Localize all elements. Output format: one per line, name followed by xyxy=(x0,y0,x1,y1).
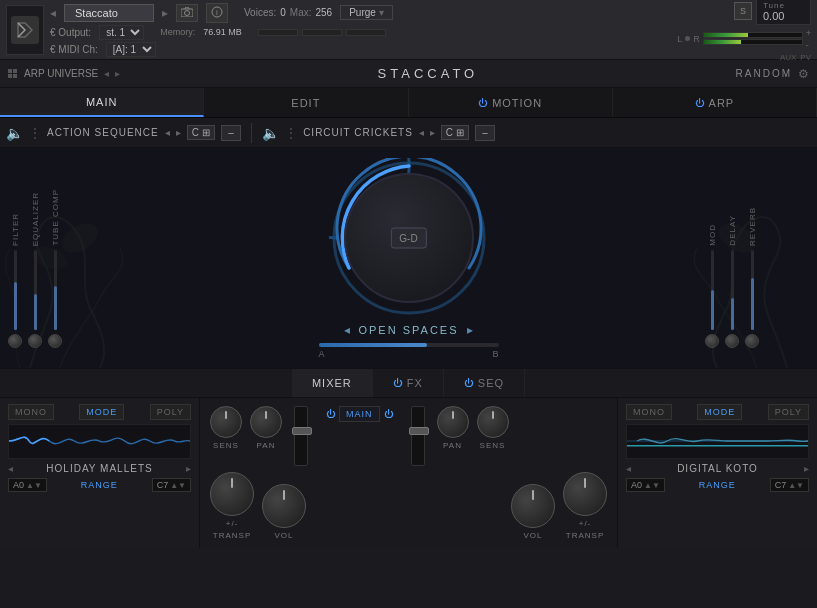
right-pan-label: PAN xyxy=(443,441,462,450)
tube-comp-slider[interactable] xyxy=(54,250,57,330)
next-instrument-btn[interactable]: ▸ xyxy=(162,6,168,20)
filter-slider-group: FILTER xyxy=(8,213,22,348)
right-inst-name: DIGITAL KOTO xyxy=(635,463,800,474)
right-fader[interactable] xyxy=(411,406,425,466)
right-fader-handle[interactable] xyxy=(409,427,429,435)
left-fader[interactable] xyxy=(294,406,308,466)
left-mode-row: MONO MODE POLY xyxy=(8,404,191,420)
seq-left-prev[interactable]: ◂ xyxy=(165,127,170,138)
left-transp-knob[interactable] xyxy=(210,472,254,516)
nav-prev-btn[interactable]: ◂ xyxy=(104,68,109,79)
main-knob[interactable]: G-D xyxy=(344,173,474,303)
seq-divider xyxy=(251,123,252,143)
sub-tab-mixer[interactable]: MIXER xyxy=(292,369,373,397)
staccato-title: STACCATO xyxy=(120,66,735,81)
main-power-row: ⏻ MAIN ⏻ xyxy=(326,406,393,422)
mixer-top: SENS PAN ⏻ MAIN ⏻ xyxy=(210,406,607,466)
tab-motion[interactable]: ⏻ MOTION xyxy=(409,88,613,117)
equalizer-slider[interactable] xyxy=(34,250,37,330)
arp-universe-label: ARP UNIVERSE xyxy=(24,68,98,79)
bottom-section: MONO MODE POLY ◂ HOLIDAY MALLETS ▸ A0 ▲▼… xyxy=(0,398,817,548)
knob-next-btn[interactable]: ▸ xyxy=(467,323,473,337)
left-mode-btn[interactable]: MODE xyxy=(79,404,124,420)
left-inst-name-row: ◂ HOLIDAY MALLETS ▸ xyxy=(8,463,191,474)
filter-slider[interactable] xyxy=(14,250,17,330)
purge-button[interactable]: Purge ▾ xyxy=(340,5,393,20)
tab-edit[interactable]: EDIT xyxy=(204,88,408,117)
aux-pv-labels: AUX PV xyxy=(780,53,811,62)
right-transp-knob[interactable] xyxy=(563,472,607,516)
sub-tab-fx[interactable]: ⏻ FX xyxy=(373,369,444,397)
s-button[interactable]: S xyxy=(734,2,752,20)
right-range-high[interactable]: C7 ▲▼ xyxy=(770,478,809,492)
right-poly-btn[interactable]: POLY xyxy=(768,404,809,420)
right-mode-btn[interactable]: MODE xyxy=(697,404,742,420)
seq-right-grid-btn[interactable]: C ⊞ xyxy=(441,125,469,140)
prev-instrument-btn[interactable]: ◂ xyxy=(50,6,56,20)
left-poly-btn[interactable]: POLY xyxy=(150,404,191,420)
tab-arp[interactable]: ⏻ ARP xyxy=(613,88,817,117)
camera-icon[interactable] xyxy=(176,4,198,22)
seq-right-next[interactable]: ▸ xyxy=(430,127,435,138)
mod-slider[interactable] xyxy=(711,250,714,330)
level-down-btn[interactable]: - xyxy=(806,40,811,50)
left-vol-knob-group: VOL xyxy=(262,484,306,540)
instrument-name-display: Staccato xyxy=(64,4,154,22)
right-sens-knob[interactable] xyxy=(477,406,509,438)
left-effects-panel: FILTER EQUALIZER TUBE COMP xyxy=(0,148,120,368)
right-range-low[interactable]: A0 ▲▼ xyxy=(626,478,665,492)
left-inst-next-btn[interactable]: ▸ xyxy=(186,463,191,474)
random-btn[interactable]: RANDOM xyxy=(736,68,792,79)
midi-select[interactable]: [A]: 1 xyxy=(106,42,156,57)
right-mono-btn[interactable]: MONO xyxy=(626,404,672,420)
main-tabs: MAIN EDIT ⏻ MOTION ⏻ ARP xyxy=(0,88,817,118)
settings-icon[interactable]: ⚙ xyxy=(798,67,809,81)
link-button[interactable]: G-D xyxy=(390,227,426,248)
right-pan-knob[interactable] xyxy=(437,406,469,438)
right-sens-label: SENS xyxy=(480,441,506,450)
svg-rect-5 xyxy=(13,69,17,73)
seq-right-label: CIRCUIT CRICKETS xyxy=(303,127,413,138)
seq-left-next[interactable]: ▸ xyxy=(176,127,181,138)
seq-right-minus-btn[interactable]: − xyxy=(475,125,495,141)
right-range-label: RANGE xyxy=(669,480,766,490)
output-select[interactable]: st. 1 xyxy=(99,25,144,40)
equalizer-knob[interactable] xyxy=(28,334,42,348)
seq-left-label: ACTION SEQUENCE xyxy=(47,127,159,138)
tab-main[interactable]: MAIN xyxy=(0,88,204,117)
delay-label: DELAY xyxy=(728,215,737,246)
right-inst-prev-btn[interactable]: ◂ xyxy=(626,463,631,474)
tube-comp-knob[interactable] xyxy=(48,334,62,348)
delay-slider[interactable] xyxy=(731,250,734,330)
right-inst-next-btn[interactable]: ▸ xyxy=(804,463,809,474)
left-range-low[interactable]: A0 ▲▼ xyxy=(8,478,47,492)
knob-prev-btn[interactable]: ◂ xyxy=(344,323,350,337)
left-pan-knob[interactable] xyxy=(250,406,282,438)
main-button[interactable]: MAIN xyxy=(339,406,380,422)
right-transp-knob-group: +/- TRANSP xyxy=(563,472,607,540)
main-power-right-icon: ⏻ xyxy=(384,409,393,419)
tune-display: Tune 0.00 xyxy=(756,0,811,25)
right-vol-knob[interactable] xyxy=(511,484,555,528)
ab-slider[interactable] xyxy=(319,343,499,347)
seq-left-minus-btn[interactable]: − xyxy=(221,125,241,141)
seq-left-speaker-icon[interactable]: 🔈 xyxy=(6,125,23,141)
left-range-label: RANGE xyxy=(51,480,148,490)
seq-right-prev[interactable]: ◂ xyxy=(419,127,424,138)
info-icon[interactable]: i xyxy=(206,3,228,23)
left-range-high[interactable]: C7 ▲▼ xyxy=(152,478,191,492)
stereo-link-btn[interactable] xyxy=(685,36,690,41)
left-sens-knob[interactable] xyxy=(210,406,242,438)
svg-text:i: i xyxy=(216,8,218,17)
seq-right-speaker-icon[interactable]: 🔈 xyxy=(262,125,279,141)
reverb-slider[interactable] xyxy=(751,250,754,330)
seq-left-grid-btn[interactable]: C ⊞ xyxy=(187,125,215,140)
sub-tab-seq[interactable]: ⏻ SEQ xyxy=(444,369,525,397)
left-inst-prev-btn[interactable]: ◂ xyxy=(8,463,13,474)
midi-label: € MIDI Ch: xyxy=(50,44,98,55)
level-up-btn[interactable]: + xyxy=(806,28,811,38)
filter-knob[interactable] xyxy=(8,334,22,348)
left-vol-knob[interactable] xyxy=(262,484,306,528)
left-fader-handle[interactable] xyxy=(292,427,312,435)
left-mono-btn[interactable]: MONO xyxy=(8,404,54,420)
